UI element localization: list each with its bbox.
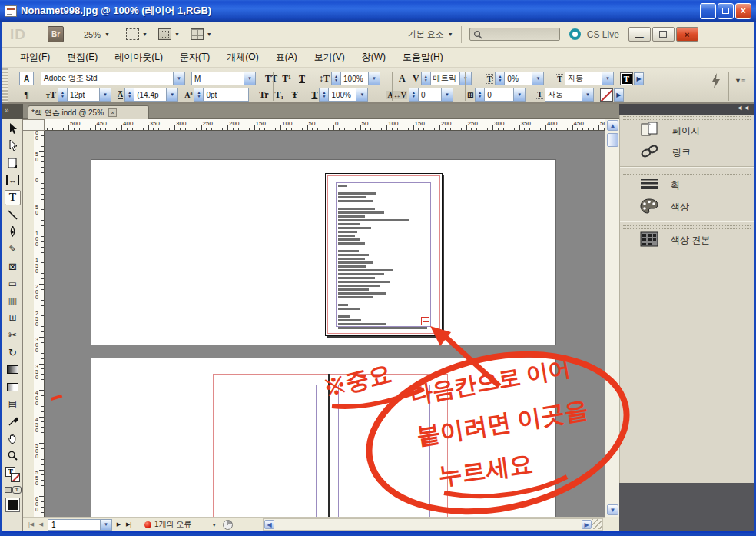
first-page-button[interactable]: |◀ (26, 519, 36, 530)
minimize-button[interactable]: _ (700, 3, 716, 19)
chevron-down-icon[interactable]: ▼ (602, 72, 613, 85)
tab-close-icon[interactable]: × (108, 108, 117, 117)
panel-button-link[interactable]: 링크 (620, 141, 754, 163)
selection-tool[interactable] (5, 121, 21, 136)
small-caps-button[interactable]: Tr (256, 89, 271, 101)
type-tool[interactable]: T (5, 190, 21, 205)
zoom-level-dropdown[interactable]: 25%▼ (84, 30, 110, 39)
panel-expand-icon[interactable]: » (2, 104, 23, 119)
stepper-icon[interactable]: ▲▼ (476, 88, 485, 101)
preflight-clock-icon[interactable] (223, 520, 233, 530)
stepper-icon[interactable]: ▲▼ (125, 88, 134, 101)
chevron-down-icon[interactable]: ▼ (368, 72, 380, 85)
scroll-down-icon[interactable]: ▼ (607, 504, 618, 515)
stepper-icon[interactable]: ▲▼ (410, 88, 419, 101)
last-page-button[interactable]: ▶| (124, 519, 134, 530)
maximize-button[interactable] (718, 3, 734, 19)
panel-button-color[interactable]: 색상 (620, 196, 754, 218)
chevron-down-icon[interactable]: ▼ (513, 88, 525, 101)
grid-count-combo[interactable]: ▲▼ 0▼ (475, 88, 526, 102)
arrange-documents-dropdown[interactable]: ▼ (191, 28, 212, 40)
stepper-icon[interactable]: ▲▼ (422, 72, 431, 85)
superscript-button[interactable]: T¹ (279, 73, 294, 85)
vertical-scroll-thumb[interactable] (607, 133, 618, 147)
horizontal-scrollbar[interactable]: ◀ ▶ (263, 518, 603, 531)
preflight-menu-icon[interactable]: ▼ (211, 522, 217, 528)
chevron-down-icon[interactable]: ▼ (173, 72, 184, 85)
table-tool[interactable]: ⊞ (5, 310, 21, 325)
workspace-switcher[interactable]: 기본 요소▼ (408, 28, 453, 40)
subscript-button[interactable]: T₁ (271, 89, 287, 101)
menu-item-4[interactable]: 개체(O) (218, 48, 267, 67)
stepper-icon[interactable]: ▲▼ (332, 72, 341, 85)
horizontal-scale-combo[interactable]: ▲▼ 100%▼ (319, 88, 368, 102)
paragraph-mark-icon[interactable]: ¶ (19, 89, 34, 101)
stepper-icon[interactable]: ▲▼ (320, 88, 329, 101)
chevron-down-icon[interactable]: ▼ (356, 88, 367, 101)
scroll-right-icon[interactable]: ▶ (582, 520, 592, 529)
direct-selection-tool[interactable] (5, 138, 21, 153)
preflight-error-text[interactable]: 1개의 오류 (154, 519, 191, 530)
vertical-scrollbar[interactable]: ▲ ▼ (605, 119, 619, 517)
screen-mode-normal-button[interactable] (5, 498, 20, 512)
close-button[interactable]: × (735, 3, 751, 19)
menu-item-6[interactable]: 보기(V) (306, 48, 353, 67)
scissors-tool[interactable]: ✂ (5, 328, 21, 343)
chevron-down-icon[interactable]: ▼ (532, 72, 543, 85)
vertical-scale-combo[interactable]: ▲▼ 100%▼ (331, 72, 380, 85)
scroll-left-icon[interactable]: ◀ (264, 520, 274, 529)
strikethrough-button[interactable]: Ŧ (287, 89, 302, 101)
kerning-value-field[interactable]: ▲▼ 0pt (194, 88, 249, 102)
fill-color-swatch[interactable]: T (620, 72, 633, 85)
panel-button-pages[interactable]: 페이지 (620, 120, 754, 141)
pencil-tool[interactable]: ✎ (5, 241, 21, 257)
line-tool[interactable] (5, 207, 21, 222)
free-transform-tool[interactable]: ↻ (5, 345, 21, 360)
chevron-down-icon[interactable]: ▼ (441, 88, 453, 101)
chevron-down-icon[interactable]: ▼ (100, 520, 111, 530)
stepper-icon[interactable]: ▲▼ (496, 72, 505, 85)
menu-item-5[interactable]: 표(A) (267, 48, 306, 67)
panel-collapse-icon[interactable]: ◄◄ (619, 104, 754, 115)
pen-tool[interactable] (5, 224, 21, 239)
fill-arrow-button[interactable]: ▶ (634, 72, 644, 85)
note-tool[interactable]: ▤ (5, 396, 21, 411)
panel-menu-icon[interactable]: ▼≡ (734, 77, 745, 85)
quick-apply-icon[interactable] (711, 73, 721, 90)
chevron-down-icon[interactable]: ▼ (99, 88, 111, 101)
page-tool[interactable] (5, 155, 21, 171)
menu-item-1[interactable]: 편집(E) (58, 48, 106, 67)
swap-fill-stroke-icon[interactable] (5, 487, 12, 493)
menu-item-7[interactable]: 창(W) (353, 48, 394, 67)
stroke-color-swatch[interactable] (600, 88, 613, 102)
panel-button-stroke[interactable]: 획 (620, 175, 754, 196)
menu-item-0[interactable]: 파일(F) (12, 48, 58, 67)
text-frame-2-left[interactable] (224, 385, 317, 517)
app-minimize-button[interactable]: — (628, 27, 651, 42)
hand-tool[interactable] (5, 431, 21, 446)
character-formatting-button[interactable]: A (19, 72, 34, 85)
menu-item-8[interactable]: 도움말(H) (394, 48, 452, 67)
view-options-dropdown[interactable]: ▼ (126, 28, 148, 40)
format-text-button[interactable]: T (12, 486, 22, 494)
document-canvas[interactable] (45, 131, 605, 517)
panel-button-swatches[interactable]: 색상 견본 (620, 229, 754, 251)
rectangle-tool[interactable]: ▭ (5, 276, 21, 291)
chevron-down-icon[interactable]: ▼ (582, 88, 593, 101)
page-number-field[interactable]: 1▼ (48, 519, 112, 531)
app-close-button[interactable]: × (676, 27, 698, 42)
gap-tool[interactable]: ↔ (5, 172, 21, 188)
next-page-button[interactable]: ▶ (114, 519, 124, 530)
control-panel-grip[interactable] (2, 68, 8, 102)
stepper-icon[interactable]: ▲▼ (194, 88, 204, 101)
ruler-origin-corner[interactable] (23, 119, 45, 131)
scroll-up-icon[interactable]: ▲ (607, 120, 618, 131)
stepper-icon[interactable]: ▲▼ (58, 88, 68, 101)
char-space-combo[interactable]: ▲▼ 0%▼ (495, 72, 544, 85)
leading-combo[interactable]: ▲▼ (14.4p▼ (124, 88, 178, 102)
text-outport[interactable] (421, 317, 429, 325)
chevron-down-icon[interactable]: ▼ (244, 72, 255, 85)
zoom-tool[interactable] (5, 448, 21, 464)
app-restore-button[interactable] (652, 27, 675, 42)
font-family-combo[interactable]: Adobe 명조 Std▼ (41, 72, 185, 85)
